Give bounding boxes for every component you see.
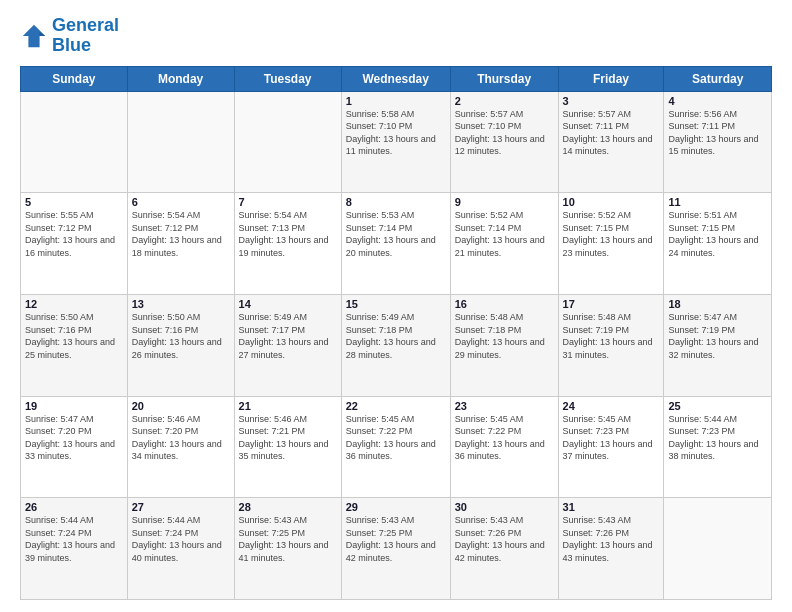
day-number: 23 [455, 400, 554, 412]
calendar-cell: 23Sunrise: 5:45 AM Sunset: 7:22 PM Dayli… [450, 396, 558, 498]
header-thursday: Thursday [450, 66, 558, 91]
day-number: 24 [563, 400, 660, 412]
calendar-cell: 19Sunrise: 5:47 AM Sunset: 7:20 PM Dayli… [21, 396, 128, 498]
day-info: Sunrise: 5:46 AM Sunset: 7:21 PM Dayligh… [239, 413, 337, 463]
calendar-cell: 24Sunrise: 5:45 AM Sunset: 7:23 PM Dayli… [558, 396, 664, 498]
day-number: 17 [563, 298, 660, 310]
calendar-cell: 17Sunrise: 5:48 AM Sunset: 7:19 PM Dayli… [558, 294, 664, 396]
header-wednesday: Wednesday [341, 66, 450, 91]
logo-text: GeneralBlue [52, 16, 119, 56]
day-number: 10 [563, 196, 660, 208]
calendar-header-row: SundayMondayTuesdayWednesdayThursdayFrid… [21, 66, 772, 91]
day-number: 14 [239, 298, 337, 310]
calendar-cell: 27Sunrise: 5:44 AM Sunset: 7:24 PM Dayli… [127, 498, 234, 600]
calendar-cell: 13Sunrise: 5:50 AM Sunset: 7:16 PM Dayli… [127, 294, 234, 396]
day-number: 1 [346, 95, 446, 107]
day-info: Sunrise: 5:47 AM Sunset: 7:19 PM Dayligh… [668, 311, 767, 361]
calendar-cell: 9Sunrise: 5:52 AM Sunset: 7:14 PM Daylig… [450, 193, 558, 295]
day-info: Sunrise: 5:45 AM Sunset: 7:22 PM Dayligh… [346, 413, 446, 463]
header-monday: Monday [127, 66, 234, 91]
day-number: 13 [132, 298, 230, 310]
day-info: Sunrise: 5:45 AM Sunset: 7:23 PM Dayligh… [563, 413, 660, 463]
day-number: 11 [668, 196, 767, 208]
day-number: 31 [563, 501, 660, 513]
logo: GeneralBlue [20, 16, 119, 56]
calendar-cell: 10Sunrise: 5:52 AM Sunset: 7:15 PM Dayli… [558, 193, 664, 295]
calendar-week-4: 19Sunrise: 5:47 AM Sunset: 7:20 PM Dayli… [21, 396, 772, 498]
day-info: Sunrise: 5:54 AM Sunset: 7:12 PM Dayligh… [132, 209, 230, 259]
header-saturday: Saturday [664, 66, 772, 91]
day-number: 7 [239, 196, 337, 208]
calendar-cell: 21Sunrise: 5:46 AM Sunset: 7:21 PM Dayli… [234, 396, 341, 498]
day-number: 22 [346, 400, 446, 412]
calendar-cell: 16Sunrise: 5:48 AM Sunset: 7:18 PM Dayli… [450, 294, 558, 396]
day-info: Sunrise: 5:46 AM Sunset: 7:20 PM Dayligh… [132, 413, 230, 463]
day-number: 5 [25, 196, 123, 208]
calendar-cell: 6Sunrise: 5:54 AM Sunset: 7:12 PM Daylig… [127, 193, 234, 295]
calendar-cell [664, 498, 772, 600]
header-tuesday: Tuesday [234, 66, 341, 91]
calendar-cell: 26Sunrise: 5:44 AM Sunset: 7:24 PM Dayli… [21, 498, 128, 600]
day-number: 28 [239, 501, 337, 513]
calendar-cell: 5Sunrise: 5:55 AM Sunset: 7:12 PM Daylig… [21, 193, 128, 295]
calendar-cell: 8Sunrise: 5:53 AM Sunset: 7:14 PM Daylig… [341, 193, 450, 295]
day-info: Sunrise: 5:48 AM Sunset: 7:18 PM Dayligh… [455, 311, 554, 361]
calendar-cell: 11Sunrise: 5:51 AM Sunset: 7:15 PM Dayli… [664, 193, 772, 295]
day-number: 19 [25, 400, 123, 412]
day-info: Sunrise: 5:52 AM Sunset: 7:15 PM Dayligh… [563, 209, 660, 259]
day-number: 21 [239, 400, 337, 412]
day-info: Sunrise: 5:43 AM Sunset: 7:26 PM Dayligh… [563, 514, 660, 564]
calendar-cell: 29Sunrise: 5:43 AM Sunset: 7:25 PM Dayli… [341, 498, 450, 600]
calendar-cell: 7Sunrise: 5:54 AM Sunset: 7:13 PM Daylig… [234, 193, 341, 295]
calendar-cell: 3Sunrise: 5:57 AM Sunset: 7:11 PM Daylig… [558, 91, 664, 193]
calendar-cell [21, 91, 128, 193]
calendar-cell: 14Sunrise: 5:49 AM Sunset: 7:17 PM Dayli… [234, 294, 341, 396]
calendar-cell: 25Sunrise: 5:44 AM Sunset: 7:23 PM Dayli… [664, 396, 772, 498]
calendar-cell: 30Sunrise: 5:43 AM Sunset: 7:26 PM Dayli… [450, 498, 558, 600]
day-info: Sunrise: 5:56 AM Sunset: 7:11 PM Dayligh… [668, 108, 767, 158]
day-info: Sunrise: 5:57 AM Sunset: 7:10 PM Dayligh… [455, 108, 554, 158]
day-info: Sunrise: 5:48 AM Sunset: 7:19 PM Dayligh… [563, 311, 660, 361]
day-number: 9 [455, 196, 554, 208]
calendar-cell: 15Sunrise: 5:49 AM Sunset: 7:18 PM Dayli… [341, 294, 450, 396]
header-sunday: Sunday [21, 66, 128, 91]
calendar-cell: 22Sunrise: 5:45 AM Sunset: 7:22 PM Dayli… [341, 396, 450, 498]
header-friday: Friday [558, 66, 664, 91]
logo-icon [20, 22, 48, 50]
day-info: Sunrise: 5:44 AM Sunset: 7:24 PM Dayligh… [132, 514, 230, 564]
day-info: Sunrise: 5:57 AM Sunset: 7:11 PM Dayligh… [563, 108, 660, 158]
day-number: 20 [132, 400, 230, 412]
calendar-cell: 18Sunrise: 5:47 AM Sunset: 7:19 PM Dayli… [664, 294, 772, 396]
calendar-cell: 12Sunrise: 5:50 AM Sunset: 7:16 PM Dayli… [21, 294, 128, 396]
calendar-week-2: 5Sunrise: 5:55 AM Sunset: 7:12 PM Daylig… [21, 193, 772, 295]
day-info: Sunrise: 5:52 AM Sunset: 7:14 PM Dayligh… [455, 209, 554, 259]
day-number: 15 [346, 298, 446, 310]
calendar-cell: 28Sunrise: 5:43 AM Sunset: 7:25 PM Dayli… [234, 498, 341, 600]
day-number: 4 [668, 95, 767, 107]
day-info: Sunrise: 5:43 AM Sunset: 7:25 PM Dayligh… [346, 514, 446, 564]
calendar-cell: 4Sunrise: 5:56 AM Sunset: 7:11 PM Daylig… [664, 91, 772, 193]
day-info: Sunrise: 5:50 AM Sunset: 7:16 PM Dayligh… [25, 311, 123, 361]
day-info: Sunrise: 5:43 AM Sunset: 7:25 PM Dayligh… [239, 514, 337, 564]
calendar-week-1: 1Sunrise: 5:58 AM Sunset: 7:10 PM Daylig… [21, 91, 772, 193]
calendar-cell: 1Sunrise: 5:58 AM Sunset: 7:10 PM Daylig… [341, 91, 450, 193]
calendar-cell: 31Sunrise: 5:43 AM Sunset: 7:26 PM Dayli… [558, 498, 664, 600]
day-info: Sunrise: 5:54 AM Sunset: 7:13 PM Dayligh… [239, 209, 337, 259]
calendar-cell: 20Sunrise: 5:46 AM Sunset: 7:20 PM Dayli… [127, 396, 234, 498]
calendar-cell [127, 91, 234, 193]
day-info: Sunrise: 5:47 AM Sunset: 7:20 PM Dayligh… [25, 413, 123, 463]
day-number: 3 [563, 95, 660, 107]
day-number: 29 [346, 501, 446, 513]
day-number: 30 [455, 501, 554, 513]
day-info: Sunrise: 5:44 AM Sunset: 7:23 PM Dayligh… [668, 413, 767, 463]
day-number: 18 [668, 298, 767, 310]
day-number: 2 [455, 95, 554, 107]
day-info: Sunrise: 5:44 AM Sunset: 7:24 PM Dayligh… [25, 514, 123, 564]
day-number: 12 [25, 298, 123, 310]
calendar-week-5: 26Sunrise: 5:44 AM Sunset: 7:24 PM Dayli… [21, 498, 772, 600]
day-info: Sunrise: 5:45 AM Sunset: 7:22 PM Dayligh… [455, 413, 554, 463]
day-info: Sunrise: 5:53 AM Sunset: 7:14 PM Dayligh… [346, 209, 446, 259]
day-info: Sunrise: 5:49 AM Sunset: 7:17 PM Dayligh… [239, 311, 337, 361]
day-info: Sunrise: 5:49 AM Sunset: 7:18 PM Dayligh… [346, 311, 446, 361]
day-info: Sunrise: 5:51 AM Sunset: 7:15 PM Dayligh… [668, 209, 767, 259]
